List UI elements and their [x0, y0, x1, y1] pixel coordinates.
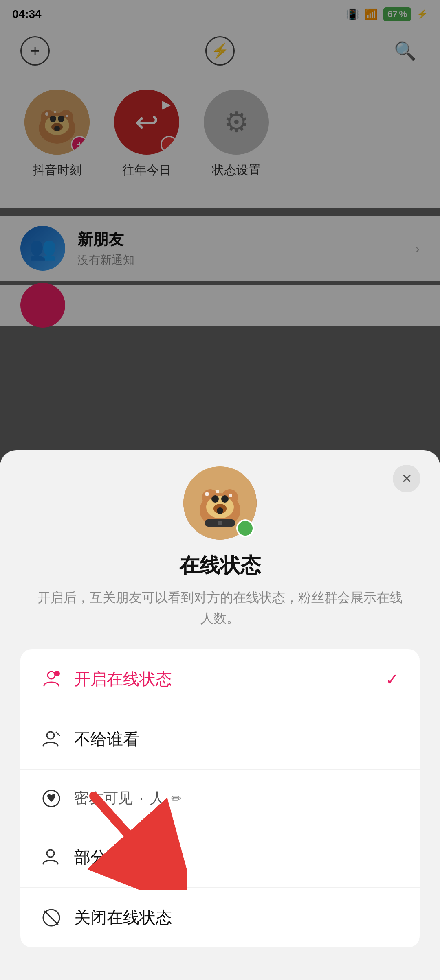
heart-location-icon [41, 789, 62, 808]
partial-label: 部分可见 [74, 846, 399, 868]
svg-line-29 [56, 732, 59, 735]
hide-icon-svg [42, 730, 61, 749]
option-enable-online[interactable]: 开启在线状态 ✓ [20, 649, 420, 709]
modal-sheet: ✕ [0, 450, 440, 980]
no-circle-icon [41, 908, 62, 928]
modal-avatar-container [20, 466, 420, 540]
modal-description: 开启后，互关朋友可以看到对方的在线状态，粉丝群会展示在线人数。 [20, 587, 420, 629]
svg-point-26 [48, 672, 55, 679]
close-friends-dot: · [139, 790, 143, 807]
svg-point-17 [211, 495, 219, 503]
svg-point-23 [216, 490, 219, 493]
hide-label: 不给谁看 [74, 728, 399, 750]
option-partial[interactable]: 部分可见 [20, 827, 420, 888]
option-hide[interactable]: 不给谁看 [20, 709, 420, 770]
svg-point-18 [221, 495, 229, 503]
modal-desc-text: 开启后，互关朋友可以看到对方的在线状态，粉丝群会展示在线人数。 [37, 590, 403, 626]
modal-avatar-wrapper [183, 466, 257, 540]
check-icon: ✓ [385, 670, 399, 689]
svg-point-20 [217, 508, 223, 514]
option-close-friends[interactable]: 密友可见 · 人 ✏ [20, 770, 420, 827]
enable-online-label: 开启在线状态 [74, 668, 385, 690]
close-friends-icon-svg [42, 789, 61, 808]
person-hide-icon [41, 730, 62, 749]
svg-point-21 [205, 492, 209, 496]
edit-icon[interactable]: ✏ [171, 791, 182, 806]
person-partial-icon [41, 848, 62, 867]
options-card: 开启在线状态 ✓ 不给谁看 [20, 649, 420, 947]
svg-point-31 [47, 850, 54, 857]
option-disable[interactable]: 关闭在线状态 [20, 888, 420, 947]
close-friends-label: 密友可见 · 人 ✏ [74, 788, 182, 808]
disable-icon-svg [42, 908, 61, 928]
modal-overlay[interactable]: ✕ [0, 0, 440, 980]
modal-title: 在线状态 [20, 552, 420, 579]
svg-line-33 [45, 911, 58, 924]
person-online-icon [41, 669, 62, 689]
close-friends-text: 密友可见 [74, 788, 133, 808]
disable-label: 关闭在线状态 [74, 906, 399, 929]
online-status-dot [236, 519, 254, 537]
partial-icon-svg [42, 848, 61, 867]
svg-point-27 [54, 671, 60, 676]
enable-icon-svg [42, 669, 61, 689]
svg-point-25 [218, 521, 222, 525]
close-friends-count: 人 [150, 788, 165, 808]
svg-point-22 [229, 494, 232, 497]
svg-point-28 [47, 732, 54, 739]
